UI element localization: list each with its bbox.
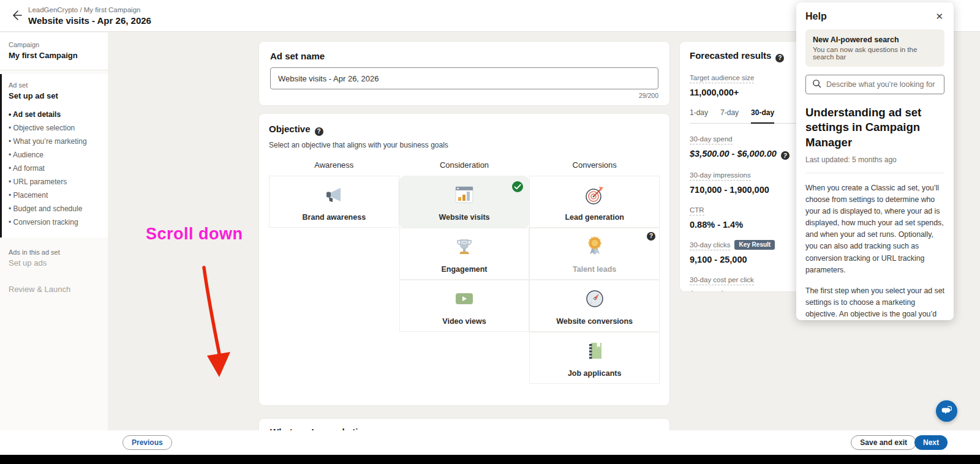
sidebar-item-placement[interactable]: Placement bbox=[9, 189, 100, 202]
sidebar-ads-section: Ads in this ad set Set up ads bbox=[0, 240, 108, 268]
notebook-icon bbox=[581, 337, 608, 367]
tab-1-day[interactable]: 1-day bbox=[690, 108, 708, 123]
sidebar-item-budget-and-schedule[interactable]: Budget and schedule bbox=[9, 202, 100, 215]
objective-card: Objective Select an objective that align… bbox=[259, 114, 669, 405]
sidebar-item-review-launch[interactable]: Review & Launch bbox=[0, 268, 108, 294]
dart-target-icon bbox=[581, 181, 608, 211]
objective-label: Job applicants bbox=[568, 369, 622, 378]
chat-bubbles-icon bbox=[941, 405, 952, 418]
help-icon[interactable] bbox=[781, 151, 790, 160]
objective-label: Talent leads bbox=[573, 265, 616, 274]
objective-title: Objective bbox=[269, 124, 311, 134]
help-icon[interactable] bbox=[775, 54, 784, 62]
page-title: Website visits - Apr 26, 2026 bbox=[28, 15, 151, 26]
objective-subtitle: Select an objective that aligns with you… bbox=[269, 141, 660, 149]
sidebar-item-audience[interactable]: Audience bbox=[9, 148, 100, 162]
next-button[interactable]: Next bbox=[914, 435, 948, 450]
scroll-down-annotation: Scroll down bbox=[146, 225, 243, 244]
campaign-label: Campaign bbox=[9, 41, 99, 48]
objective-label: Website conversions bbox=[556, 317, 633, 326]
close-icon[interactable]: ✕ bbox=[934, 10, 944, 22]
campaign-name: My first Campaign bbox=[9, 51, 99, 60]
tab-7-day[interactable]: 7-day bbox=[720, 108, 739, 123]
column-conversions: Conversions bbox=[529, 160, 660, 170]
search-icon bbox=[812, 79, 821, 91]
clicks-label: 30-day clicks bbox=[690, 241, 730, 250]
audience-size-label: Target audience size bbox=[690, 74, 754, 83]
sidebar-item-conversion-tracking[interactable]: Conversion tracking bbox=[9, 215, 100, 229]
column-awareness: Awareness bbox=[269, 160, 399, 170]
footer-bar: Previous Save and exit Next bbox=[0, 430, 980, 455]
objective-tile-job-applicants[interactable]: Job applicants bbox=[529, 332, 660, 384]
spend-label: 30-day spend bbox=[690, 135, 733, 144]
objective-label: Engagement bbox=[441, 265, 487, 274]
objective-tile-engagement[interactable]: Engagement bbox=[399, 228, 530, 280]
back-arrow-icon[interactable] bbox=[7, 8, 24, 24]
megaphone-icon bbox=[320, 181, 347, 211]
breadcrumb[interactable]: LeadGenCrypto / My first Campaign bbox=[28, 6, 140, 13]
help-article-paragraph: When you create a Classic ad set, you’ll… bbox=[805, 182, 944, 275]
sidebar-item-set-up-ads[interactable]: Set up ads bbox=[9, 258, 99, 268]
help-panel-title: Help bbox=[805, 11, 827, 22]
ad-set-name-card: Ad set name 29/200 bbox=[259, 42, 669, 105]
clicks-value: 9,100 - 25,000 bbox=[690, 255, 791, 264]
help-panel: Help ✕ New AI-powered search You can now… bbox=[796, 2, 954, 320]
adset-title: Set up ad set bbox=[9, 91, 100, 100]
selected-check-icon bbox=[512, 181, 523, 192]
sidebar-item-url-parameters[interactable]: URL parameters bbox=[9, 175, 100, 189]
chat-fab-button[interactable] bbox=[936, 400, 957, 422]
browser-chart-icon bbox=[451, 181, 478, 211]
help-article-updated: Last updated: 5 months ago bbox=[805, 155, 944, 173]
ai-search-banner: New AI-powered search You can now ask qu… bbox=[805, 29, 944, 67]
sidebar-adset-section: Ad set Set up ad set Ad set details Obje… bbox=[0, 74, 108, 238]
key-result-badge: Key Result bbox=[734, 240, 775, 250]
objective-tile-lead-generation[interactable]: Lead generation bbox=[529, 176, 660, 228]
spend-value: $3,500.00 - $6,000.00 bbox=[690, 149, 791, 160]
sidebar-campaign-section[interactable]: Campaign My first Campaign bbox=[0, 32, 108, 70]
previous-button[interactable]: Previous bbox=[123, 435, 172, 450]
help-icon[interactable] bbox=[647, 232, 655, 241]
audience-size-value: 11,000,000+ bbox=[690, 88, 791, 97]
help-search-box[interactable] bbox=[805, 75, 944, 94]
objective-label: Lead generation bbox=[565, 213, 624, 222]
objective-tile-talent-leads[interactable]: Talent leads bbox=[529, 228, 660, 280]
objective-tile-website-conversions[interactable]: Website conversions bbox=[529, 280, 660, 332]
forecasted-results-panel: Forecasted results Target audience size … bbox=[680, 42, 801, 291]
ctr-value: 0.88% - 1.4% bbox=[690, 220, 791, 230]
objective-tile-website-visits[interactable]: Website visits bbox=[399, 176, 530, 228]
sidebar-item-what-youre-marketing[interactable]: What you’re marketing bbox=[9, 135, 100, 148]
banner-text: You can now ask questions in the search … bbox=[813, 46, 937, 61]
objective-label: Brand awareness bbox=[303, 213, 366, 222]
column-consideration: Consideration bbox=[399, 160, 530, 170]
sidebar-item-ad-format[interactable]: Ad format bbox=[9, 162, 100, 175]
medal-icon bbox=[581, 233, 608, 263]
video-play-icon bbox=[451, 285, 478, 315]
banner-title: New AI-powered search bbox=[813, 36, 937, 44]
sidebar: Campaign My first Campaign Ad set Set up… bbox=[0, 32, 108, 430]
ad-set-name-input[interactable] bbox=[270, 67, 658, 89]
help-search-input[interactable] bbox=[826, 80, 938, 89]
compass-icon bbox=[581, 285, 608, 315]
window-bottom-edge bbox=[0, 455, 980, 464]
objective-grid: Brand awareness Website visits bbox=[269, 176, 660, 384]
scroll-down-arrow bbox=[184, 263, 245, 381]
objective-columns: Awareness Consideration Conversions bbox=[269, 160, 660, 170]
sidebar-item-ad-set-details[interactable]: Ad set details bbox=[9, 108, 100, 121]
help-article-title: Understanding ad set settings in Campaig… bbox=[805, 105, 944, 150]
objective-label: Website visits bbox=[439, 213, 489, 222]
sidebar-item-objective-selection[interactable]: Objective selection bbox=[9, 121, 100, 135]
objective-tile-video-views[interactable]: Video views bbox=[399, 280, 530, 332]
help-icon[interactable] bbox=[315, 127, 323, 136]
objective-label: Video views bbox=[442, 317, 486, 326]
forecast-tabs: 1-day 7-day 30-day bbox=[690, 108, 801, 124]
cpc-label: 30-day cost per click bbox=[690, 276, 754, 285]
ad-set-name-title: Ad set name bbox=[270, 51, 658, 61]
impressions-label: 30-day impressions bbox=[690, 171, 751, 181]
cpc-value: $0.34 - $0.40 bbox=[690, 290, 791, 291]
help-article-paragraph: The first step when you select your ad s… bbox=[805, 285, 944, 320]
objective-tile-brand-awareness[interactable]: Brand awareness bbox=[269, 176, 399, 228]
tab-30-day[interactable]: 30-day bbox=[751, 108, 774, 124]
ctr-label: CTR bbox=[690, 206, 704, 215]
save-and-exit-button[interactable]: Save and exit bbox=[851, 435, 916, 450]
adset-steps: Ad set details Objective selection What … bbox=[9, 108, 100, 229]
